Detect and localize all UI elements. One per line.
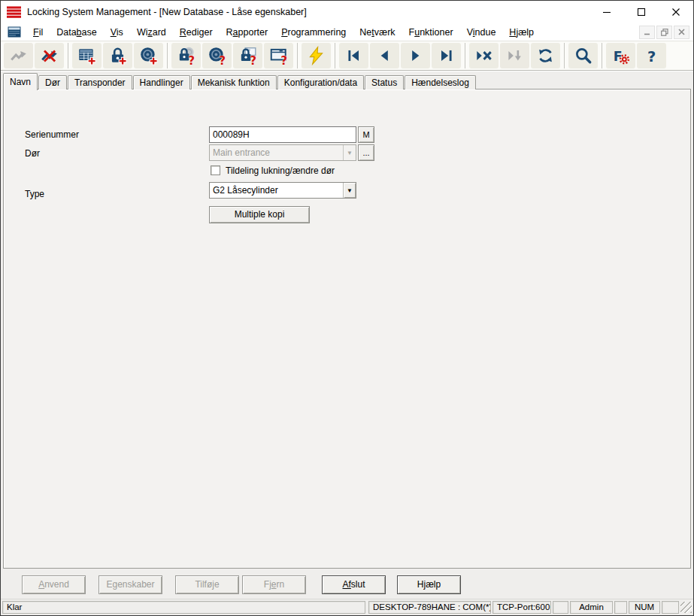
type-combobox-arrow-icon: ▼	[343, 183, 356, 198]
menu-item-hj-lp[interactable]: Hjælp	[502, 25, 541, 40]
menu-item-fil[interactable]: Fil	[26, 25, 50, 40]
door-browse-button[interactable]: ...	[358, 144, 374, 161]
status-num-lock: NUM	[629, 601, 660, 614]
assign-door-checkbox[interactable]	[211, 165, 220, 175]
new-transponder-icon	[138, 46, 159, 65]
mdi-restore-button[interactable]	[656, 26, 672, 39]
tab-page-navn: Serienummer M Dør Main entrance ▼ ... Ti…	[3, 89, 691, 569]
serial-label: Serienummer	[25, 129, 79, 140]
first-record-button[interactable]	[339, 43, 368, 68]
tab-navn[interactable]: Navn	[3, 73, 38, 90]
toolbar-separator	[297, 43, 298, 68]
anvend-button: Anvend	[22, 575, 86, 594]
mdi-minimize-button[interactable]	[639, 26, 655, 39]
next-record-button[interactable]	[401, 43, 430, 68]
footer-button-bar: AnvendEgenskaberTilføjeFjernAfslutHjælp	[1, 569, 693, 599]
login-button	[4, 43, 33, 68]
tab-mekanisk-funktion[interactable]: Mekanisk funktion	[191, 75, 277, 90]
program-button[interactable]	[302, 43, 331, 68]
last-record-icon	[436, 46, 456, 65]
app-logo-icon	[7, 6, 21, 18]
tab-transponder[interactable]: Transponder	[68, 75, 132, 90]
refresh-button[interactable]	[531, 43, 560, 68]
mdi-close-button[interactable]	[674, 26, 689, 39]
toolbar-separator	[68, 43, 68, 68]
read-transponder-button[interactable]	[202, 43, 232, 68]
resize-grip[interactable]	[680, 602, 692, 613]
menu-item-vindue[interactable]: Vindue	[460, 25, 503, 40]
toolbar-separator	[465, 43, 465, 68]
title-bar: Locking System Management - [New Databas…	[1, 1, 693, 23]
multiple-copy-button[interactable]: Multiple kopi	[209, 206, 310, 223]
new-transponder-button[interactable]	[134, 43, 163, 68]
toolbar-separator	[167, 43, 168, 68]
prev-record-icon	[374, 46, 395, 65]
cancel-record-button[interactable]	[469, 43, 499, 68]
status-empty-3	[662, 601, 679, 614]
afslut-button[interactable]: Afslut	[322, 575, 386, 594]
toolbar	[1, 41, 693, 71]
fjern-button: Fjern	[242, 575, 306, 594]
logout-button[interactable]	[35, 43, 64, 68]
read-card-button[interactable]	[264, 43, 293, 68]
menu-item-programmering[interactable]: Programmering	[274, 25, 353, 40]
hj-lp-button[interactable]: Hjælp	[397, 575, 461, 594]
type-combobox[interactable]: G2 Låsecylinder ▼	[209, 182, 356, 199]
filter-settings-button[interactable]	[606, 43, 635, 68]
toolbar-separator	[564, 43, 565, 68]
menu-bar: FilDatabaseVisWizardRedigerRapporterProg…	[1, 23, 693, 41]
prev-record-button[interactable]	[370, 43, 399, 68]
menu-item-wizard[interactable]: Wizard	[130, 25, 173, 40]
new-lock-icon	[108, 46, 128, 65]
mdi-document-icon	[8, 26, 21, 38]
read-lock-icon	[176, 46, 196, 65]
tab-konfiguration-data[interactable]: Konfiguration/data	[277, 75, 364, 90]
status-bar: Klar DESKTOP-789HANE : COM(*)TCP-Port:60…	[1, 599, 693, 615]
menu-item-vis[interactable]: Vis	[104, 25, 130, 40]
goto-record-button	[500, 43, 529, 68]
tab-handlinger[interactable]: Handlinger	[133, 75, 190, 90]
goto-record-icon	[505, 46, 525, 65]
workspace: NavnDørTransponderHandlingerMekanisk fun…	[1, 71, 693, 599]
assign-door-checkbox-label: Tildeling lukning/ændre dør	[226, 165, 335, 176]
mdi-window-controls	[639, 26, 693, 39]
tab-status[interactable]: Status	[365, 75, 404, 90]
menu-item-rediger[interactable]: Rediger	[173, 25, 220, 40]
m-button[interactable]: M	[358, 126, 374, 143]
new-locking-system-button[interactable]	[72, 43, 102, 68]
egenskaber-button: Egenskaber	[98, 575, 162, 594]
menu-item-rapporter[interactable]: Rapporter	[220, 25, 275, 40]
refresh-icon	[535, 46, 556, 65]
tab-d-r[interactable]: Dør	[38, 75, 67, 90]
status-tcp-port: TCP-Port:6001	[492, 601, 551, 614]
tab-h-ndelseslog[interactable]: Hændelseslog	[405, 75, 476, 90]
toolbar-separator	[602, 43, 602, 68]
door-combobox-arrow-icon: ▼	[343, 145, 356, 160]
window-minimize-button[interactable]	[589, 1, 624, 23]
status-empty-1	[553, 601, 568, 614]
filter-settings-icon	[611, 46, 631, 65]
read-net-lock-icon	[238, 46, 258, 65]
first-record-icon	[344, 46, 364, 65]
read-net-lock-button[interactable]	[233, 43, 262, 68]
help-button[interactable]	[637, 43, 666, 68]
menu-item-netv-rk[interactable]: Netværk	[353, 25, 402, 40]
read-lock-button[interactable]	[171, 43, 201, 68]
next-record-icon	[405, 46, 426, 65]
new-locking-system-icon	[77, 46, 97, 65]
help-icon	[641, 46, 662, 65]
status-empty-2	[614, 601, 627, 614]
tab-strip: NavnDørTransponderHandlingerMekanisk fun…	[3, 73, 477, 90]
cancel-record-icon	[474, 46, 494, 65]
window-maximize-button[interactable]	[624, 1, 659, 23]
last-record-button[interactable]	[432, 43, 461, 68]
menu-item-database[interactable]: Database	[50, 25, 104, 40]
search-button[interactable]	[568, 43, 598, 68]
menu-item-funktioner[interactable]: Funktioner	[402, 25, 460, 40]
window-close-button[interactable]	[659, 1, 693, 23]
door-combobox: Main entrance ▼	[209, 144, 356, 161]
read-card-icon	[268, 46, 289, 65]
login-icon	[8, 46, 29, 65]
new-lock-button[interactable]	[103, 43, 132, 68]
serial-input[interactable]	[209, 126, 356, 143]
